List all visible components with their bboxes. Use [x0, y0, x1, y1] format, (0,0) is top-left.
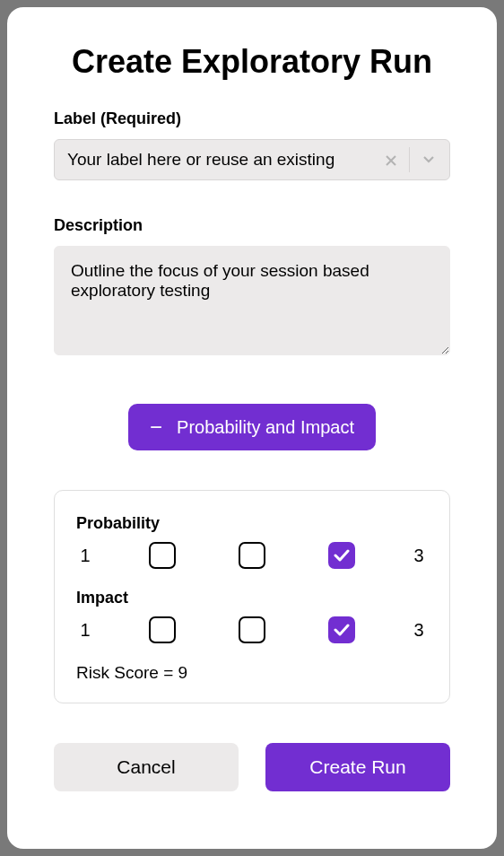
create-exploratory-run-modal: Create Exploratory Run Label (Required) …	[7, 7, 497, 849]
probability-min: 1	[76, 546, 94, 566]
risk-score-text: Risk Score = 9	[76, 663, 428, 683]
chevron-down-icon[interactable]	[413, 155, 440, 164]
minus-icon: −	[150, 416, 162, 438]
probability-impact-panel: Probability 1 3 Impact 1 3 Risk Score = …	[54, 490, 450, 703]
toggle-button-label: Probability and Impact	[177, 417, 354, 438]
probability-max: 3	[410, 546, 428, 566]
impact-min: 1	[76, 620, 94, 641]
label-field-label: Label (Required)	[54, 109, 450, 128]
description-field-group: Description	[54, 216, 450, 404]
probability-checkbox-1[interactable]	[149, 542, 176, 569]
description-textarea[interactable]	[54, 246, 450, 355]
modal-title: Create Exploratory Run	[54, 43, 450, 81]
create-run-button[interactable]: Create Run	[265, 743, 450, 791]
label-combobox-value: Your label here or reuse an existing	[67, 150, 377, 170]
cancel-button[interactable]: Cancel	[54, 743, 239, 791]
clear-icon[interactable]	[377, 150, 405, 170]
impact-row: 1 3	[76, 616, 428, 643]
impact-checkbox-3[interactable]	[328, 616, 355, 643]
impact-label: Impact	[76, 589, 428, 607]
description-field-label: Description	[54, 216, 450, 235]
probability-impact-toggle-button[interactable]: − Probability and Impact	[128, 404, 376, 450]
label-field-group: Label (Required) Your label here or reus…	[54, 109, 450, 216]
combo-separator	[409, 147, 410, 172]
probability-row: 1 3	[76, 542, 428, 569]
impact-max: 3	[410, 620, 428, 641]
probability-label: Probability	[76, 514, 428, 533]
modal-actions: Cancel Create Run	[54, 743, 450, 791]
probability-checkbox-2[interactable]	[239, 542, 265, 569]
impact-checkbox-group	[149, 616, 355, 643]
probability-checkbox-group	[149, 542, 355, 569]
label-combobox[interactable]: Your label here or reuse an existing	[54, 139, 450, 180]
impact-checkbox-2[interactable]	[239, 616, 265, 643]
probability-checkbox-3[interactable]	[328, 542, 355, 569]
impact-checkbox-1[interactable]	[149, 616, 176, 643]
